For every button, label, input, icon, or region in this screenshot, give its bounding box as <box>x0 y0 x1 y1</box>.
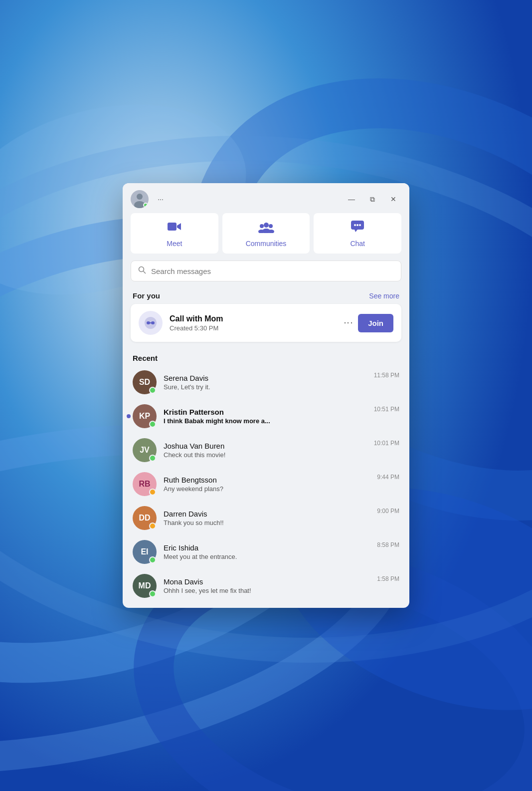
call-info: Call with Mom Created 5:30 PM <box>170 314 337 332</box>
status-dot <box>149 455 156 462</box>
avatar-wrap: MD <box>133 574 157 598</box>
close-button[interactable]: ✕ <box>386 192 400 206</box>
unread-dot <box>127 414 131 418</box>
chat-content: Darren Davis Thank you so much!! <box>164 510 372 527</box>
chat-preview: Thank you so much!! <box>164 519 372 527</box>
nav-buttons: Meet Communities <box>123 213 409 261</box>
chat-item[interactable]: RB Ruth Bengtsson Any weekend plans? 9:4… <box>123 467 409 501</box>
chat-time: 8:58 PM <box>377 540 399 548</box>
communities-button[interactable]: Communities <box>222 213 310 254</box>
status-dot <box>149 556 156 563</box>
maximize-button[interactable]: ⧉ <box>365 192 379 206</box>
chat-preview: Ohhh I see, yes let me fix that! <box>164 587 372 594</box>
chat-content: Joshua Van Buren Check out this movie! <box>164 442 369 459</box>
svg-point-19 <box>354 224 356 226</box>
avatar-wrap: KP <box>133 404 157 428</box>
svg-point-9 <box>137 194 143 200</box>
chat-content: Serena Davis Sure, Let's try it. <box>164 374 369 391</box>
chat-preview: Sure, Let's try it. <box>164 383 369 391</box>
call-more-options[interactable]: ⋮ <box>343 318 354 328</box>
chat-name: Joshua Van Buren <box>164 442 369 450</box>
svg-point-20 <box>356 224 358 226</box>
app-window: ··· — ⧉ ✕ Meet <box>123 183 409 608</box>
svg-point-12 <box>264 223 269 228</box>
chat-time: 9:00 PM <box>377 506 399 515</box>
minimize-button[interactable]: — <box>345 192 358 206</box>
chat-button[interactable]: Chat <box>314 213 401 254</box>
svg-point-13 <box>260 224 264 228</box>
communities-icon <box>258 221 274 237</box>
chat-item[interactable]: DD Darren Davis Thank you so much!! 9:00… <box>123 501 409 535</box>
chat-icon <box>351 220 364 237</box>
title-bar-left: ··· <box>131 190 168 208</box>
meet-button[interactable]: Meet <box>131 213 218 254</box>
avatar-wrap: JV <box>133 438 157 462</box>
status-dot <box>149 590 156 597</box>
svg-rect-27 <box>149 322 152 323</box>
meet-label: Meet <box>167 240 182 248</box>
call-title: Call with Mom <box>170 314 337 323</box>
chat-name: Eric Ishida <box>164 543 372 552</box>
chat-preview: Any weekend plans? <box>164 485 372 493</box>
chat-name: Kristin Patterson <box>164 408 369 416</box>
chat-preview: Meet you at the entrance. <box>164 553 372 560</box>
chat-name: Serena Davis <box>164 374 369 382</box>
call-card: Call with Mom Created 5:30 PM ⋮ Join <box>131 304 401 342</box>
call-icon-wrap <box>139 311 163 335</box>
title-bar-right: — ⧉ ✕ <box>345 192 400 206</box>
for-you-title: For you <box>133 291 160 300</box>
call-actions: ⋮ Join <box>344 314 393 332</box>
join-button[interactable]: Join <box>358 314 393 332</box>
chat-time: 9:44 PM <box>377 472 399 481</box>
chat-content: Mona Davis Ohhh I see, yes let me fix th… <box>164 577 372 594</box>
svg-point-22 <box>139 267 144 272</box>
avatar-wrap: EI <box>133 540 157 564</box>
recent-header: Recent <box>123 349 409 365</box>
chat-item[interactable]: JV Joshua Van Buren Check out this movie… <box>123 433 409 467</box>
search-input[interactable] <box>151 267 394 275</box>
chat-item[interactable]: KP Kristin Patterson I think Babak might… <box>123 399 409 433</box>
chat-name: Darren Davis <box>164 510 372 518</box>
chat-time: 11:58 PM <box>374 370 399 379</box>
user-online-dot <box>143 203 148 208</box>
chat-item[interactable]: MD Mona Davis Ohhh I see, yes let me fix… <box>123 569 409 603</box>
chat-preview: Check out this movie! <box>164 451 369 459</box>
chat-name: Ruth Bengtsson <box>164 476 372 484</box>
chat-list: SD Serena Davis Sure, Let's try it. 11:5… <box>123 365 409 608</box>
chat-content: Eric Ishida Meet you at the entrance. <box>164 543 372 560</box>
chat-item[interactable]: EI Eric Ishida Meet you at the entrance.… <box>123 535 409 569</box>
svg-line-23 <box>144 271 146 274</box>
search-bar <box>131 261 401 281</box>
chat-content: Ruth Bengtsson Any weekend plans? <box>164 476 372 493</box>
avatar-wrap: DD <box>133 506 157 530</box>
avatar-wrap: SD <box>133 370 157 394</box>
meet-icon <box>167 221 182 237</box>
status-dot <box>149 387 156 394</box>
more-options-button[interactable]: ··· <box>154 192 168 206</box>
chat-label: Chat <box>350 240 365 248</box>
chat-time: 10:01 PM <box>374 438 399 447</box>
chat-preview: I think Babak might know more a... <box>164 417 369 425</box>
for-you-section-header: For you See more <box>123 287 409 304</box>
status-dot <box>149 421 156 428</box>
call-subtitle: Created 5:30 PM <box>170 324 337 332</box>
chat-item[interactable]: SD Serena Davis Sure, Let's try it. 11:5… <box>123 365 409 399</box>
title-bar: ··· — ⧉ ✕ <box>123 183 409 213</box>
svg-point-21 <box>359 224 361 226</box>
chat-time: 10:51 PM <box>374 404 399 413</box>
status-dot <box>149 489 156 496</box>
chat-content: Kristin Patterson I think Babak might kn… <box>164 408 369 425</box>
chat-name: Mona Davis <box>164 577 372 586</box>
svg-rect-11 <box>168 223 177 231</box>
avatar-wrap: RB <box>133 472 157 496</box>
chat-time: 1:58 PM <box>377 574 399 582</box>
see-more-button[interactable]: See more <box>369 292 399 300</box>
search-icon <box>138 266 146 276</box>
communities-label: Communities <box>246 240 287 248</box>
status-dot <box>149 523 156 529</box>
recent-section: Recent SD Serena Davis Sure, Let's try i… <box>123 349 409 608</box>
svg-point-14 <box>269 224 273 228</box>
user-avatar <box>131 190 149 208</box>
